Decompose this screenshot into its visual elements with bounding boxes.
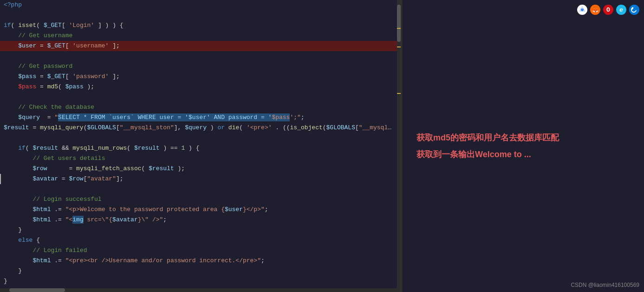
code-line-14 bbox=[0, 133, 401, 143]
code-panel: <?php if( isset( $_GET[ 'Login' ] ) ) { … bbox=[0, 0, 401, 292]
code-line-15: if( $result && mysqli_num_rows( $result … bbox=[0, 143, 401, 153]
opera-icon[interactable]: O bbox=[603, 5, 613, 15]
browser-icons: 🦊 O e bbox=[577, 5, 639, 15]
code-line-9: $pass = md5( $pass ); bbox=[0, 82, 401, 92]
code-line-17: $row = mysqli_fetch_assoc( $result ); bbox=[0, 164, 401, 174]
annotation-line-2: 获取到一条输出Welcome to ... bbox=[416, 146, 630, 163]
code-line-8: $pass = $_GET[ 'password' ]; bbox=[0, 72, 401, 82]
code-line-24: else { bbox=[0, 235, 401, 246]
scrollbar-tick-1 bbox=[397, 28, 401, 29]
code-line-18: $avatar = $row["avatar"]; bbox=[0, 174, 401, 184]
watermark: CSDN @liaomin416100569 bbox=[571, 282, 639, 288]
code-line-10 bbox=[0, 92, 401, 102]
vertical-scrollbar[interactable] bbox=[397, 0, 401, 292]
code-line-23: } bbox=[0, 225, 401, 235]
scrollbar-tick-3 bbox=[397, 93, 401, 94]
code-line-5: $user = $_GET[ 'username' ]; bbox=[0, 41, 401, 51]
firefox-icon[interactable]: 🦊 bbox=[590, 5, 600, 15]
annotation-panel: 获取md5的密码和用户名去数据库匹配 获取到一条输出Welcome to ... bbox=[403, 0, 644, 292]
edge-icon[interactable] bbox=[629, 5, 639, 15]
ie-icon[interactable]: e bbox=[616, 5, 626, 15]
scrollbar-tick-2 bbox=[397, 46, 401, 47]
code-line-6 bbox=[0, 51, 401, 61]
code-line-28: } bbox=[0, 276, 401, 286]
code-line-4: // Get username bbox=[0, 31, 401, 41]
code-area: <?php if( isset( $_GET[ 'Login' ] ) ) { … bbox=[0, 0, 401, 292]
code-line-20: // Login successful bbox=[0, 194, 401, 205]
svg-point-1 bbox=[581, 8, 584, 11]
horizontal-scrollbar[interactable] bbox=[0, 288, 397, 292]
code-line-7: // Get password bbox=[0, 61, 401, 72]
code-line-27: } bbox=[0, 266, 401, 276]
code-line-21: $html .= "<p>Welcome to the password pro… bbox=[0, 205, 401, 215]
code-line-22: $html .= "<img src=\"{$avatar}\" />"; bbox=[0, 215, 401, 225]
code-line-11: // Check the database bbox=[0, 102, 401, 113]
code-line-3: if( isset( $_GET[ 'Login' ] ) ) { bbox=[0, 20, 401, 31]
code-line-16: // Get users details bbox=[0, 153, 401, 164]
code-line-13: $result = mysqli_query($GLOBALS["__mysql… bbox=[0, 123, 401, 133]
scrollbar-h-thumb[interactable] bbox=[9, 288, 65, 292]
code-line-19 bbox=[0, 184, 401, 194]
code-line-12: $query = "SELECT * FROM `users` WHERE us… bbox=[0, 113, 401, 123]
code-line-26: $html .= "<pre><br />Username and/or pas… bbox=[0, 256, 401, 266]
chrome-icon[interactable] bbox=[577, 5, 587, 15]
scrollbar-thumb[interactable] bbox=[397, 5, 401, 42]
annotation-line-1: 获取md5的密码和用户名去数据库匹配 bbox=[416, 129, 630, 146]
code-line-1: <?php bbox=[0, 0, 401, 10]
code-line-25: // Login failed bbox=[0, 246, 401, 256]
code-line-2 bbox=[0, 10, 401, 20]
main-container: 🦊 O e <?php if( isset( $_GET[ 'Login' ] … bbox=[0, 0, 644, 292]
cursor-indicator bbox=[0, 174, 1, 184]
